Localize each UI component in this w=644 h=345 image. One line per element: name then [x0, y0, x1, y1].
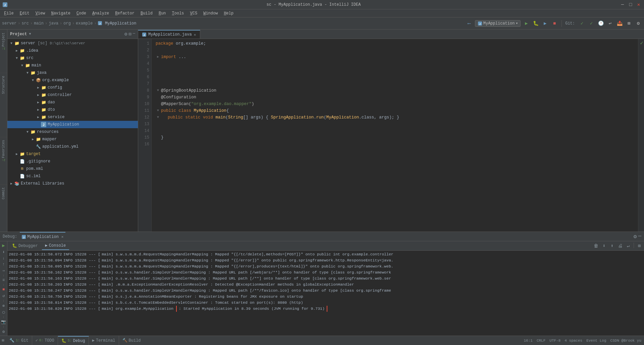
code-editor[interactable]: package org.example; ▶ import ... ▼ @Spr…: [152, 39, 638, 232]
tree-item-application-yml[interactable]: 🔧 application.yml: [7, 143, 138, 150]
menu-help[interactable]: Help: [221, 10, 236, 16]
tree-item-src[interactable]: ▼ 📁 src: [7, 54, 138, 62]
debug-run-cursor-btn[interactable]: ⇒: [0, 268, 7, 273]
tree-item-idea[interactable]: ▶ 📁 .idea: [7, 47, 138, 54]
tree-item-dto[interactable]: ▶ 📁 dto: [7, 106, 138, 113]
menu-run[interactable]: Run: [156, 10, 169, 16]
menu-file[interactable]: File: [1, 10, 16, 16]
debug-mute-btn[interactable]: ◯: [0, 310, 7, 315]
tree-item-java[interactable]: ▼ 📁 java: [7, 69, 138, 77]
navigate-back-button[interactable]: ⟵: [466, 20, 473, 27]
debug-camera-btn[interactable]: 📷: [0, 319, 7, 325]
run-coverage-button[interactable]: ▶: [541, 20, 549, 27]
menu-analyze[interactable]: Analyze: [90, 10, 112, 16]
tree-item-main[interactable]: ▼ 📁 main: [7, 62, 138, 69]
console-scroll-end-btn[interactable]: ⬇: [601, 243, 607, 249]
fold-arrow-12[interactable]: ▼: [156, 114, 160, 121]
console-print-btn[interactable]: 🖨: [617, 243, 624, 249]
breadcrumb-example[interactable]: example: [76, 21, 93, 26]
debugger-tab[interactable]: 🐛Debugger: [9, 242, 41, 250]
close-button[interactable]: ✕: [636, 2, 641, 7]
tree-item-server[interactable]: ▼ 📁 server [sc] D:\git\sc\server: [7, 40, 138, 47]
tree-item-gitignore[interactable]: 📄 .gitignore: [7, 158, 138, 165]
run-button[interactable]: ▶: [523, 20, 530, 27]
console-tab[interactable]: ▶Console: [42, 242, 69, 250]
maximize-button[interactable]: □: [628, 2, 633, 7]
menu-tools[interactable]: Tools: [169, 10, 187, 16]
panel-collapse-icon[interactable]: ⊟: [128, 31, 131, 37]
build-bottom-tab[interactable]: 🔨 Build: [119, 336, 144, 345]
debug-session-tab[interactable]: J MyApplication ✕: [20, 232, 65, 241]
tree-item-mapper[interactable]: ▶ 📁 mapper: [7, 136, 138, 143]
menu-refactor[interactable]: Refactor: [112, 10, 137, 16]
debug-settings-btn[interactable]: ⚙: [0, 329, 7, 334]
fold-arrow-8[interactable]: ▼: [156, 87, 160, 94]
tree-item-config[interactable]: ▶ 📁 config: [7, 84, 138, 91]
stop-button[interactable]: ■: [551, 20, 558, 27]
console-wrap-btn[interactable]: ↵: [625, 243, 632, 249]
console-scroll-start-btn[interactable]: ⬆: [609, 243, 615, 249]
todo-bottom-tab[interactable]: ✓ 6: TODO: [32, 336, 58, 345]
tree-item-target[interactable]: ▶ 📁 target: [7, 150, 138, 158]
debug-evaluate-btn[interactable]: ≡: [0, 278, 7, 283]
favorites-tab[interactable]: 2:Favorites: [0, 137, 7, 164]
minimize-button[interactable]: ─: [620, 2, 625, 7]
editor-tab-myapplication[interactable]: J MyApplication.java ✕: [138, 30, 200, 39]
menu-view[interactable]: View: [33, 10, 48, 16]
project-dropdown-icon[interactable]: ▼: [29, 32, 31, 36]
debug-step-into-btn[interactable]: ↓: [0, 256, 7, 261]
tree-item-external-libraries[interactable]: ▶ 📚 External Libraries: [7, 180, 138, 187]
breadcrumb-src[interactable]: src: [21, 21, 29, 26]
tree-item-service[interactable]: ▶ 📁 service: [7, 113, 138, 121]
breadcrumb-main[interactable]: main: [34, 21, 44, 26]
debug-step-out-btn[interactable]: ↑: [0, 262, 7, 267]
tree-item-org-example[interactable]: ▼ 📦 org.example: [7, 77, 138, 84]
breadcrumb-java[interactable]: java: [49, 21, 58, 26]
menu-navigate[interactable]: Navigate: [48, 10, 73, 16]
console-clear-btn[interactable]: 🗑: [593, 243, 599, 249]
git-rollback-button[interactable]: ↩: [606, 20, 614, 27]
commit-tab[interactable]: Commit: [0, 184, 7, 202]
console-expand-btn[interactable]: ⊞: [636, 243, 643, 249]
debug-step-over-btn[interactable]: ⬇: [0, 250, 7, 255]
panel-settings-icon[interactable]: ⚙: [124, 31, 127, 37]
settings-button[interactable]: ⚙: [635, 20, 642, 27]
event-log[interactable]: Event Log: [586, 339, 606, 343]
menu-edit[interactable]: Edit: [17, 10, 32, 16]
debug-rerun-btn[interactable]: ↺: [0, 293, 7, 298]
git-bottom-tab[interactable]: 🔧 1: Git: [6, 336, 32, 345]
panel-close-icon[interactable]: ─: [133, 31, 135, 37]
tree-item-sc-iml[interactable]: 📄 sc.iml: [7, 172, 138, 180]
tree-item-resources[interactable]: ▼ 📁 resources: [7, 128, 138, 136]
tree-item-pom-xml[interactable]: m pom.xml: [7, 165, 138, 172]
terminal-bottom-tab[interactable]: ▶ Terminal: [89, 336, 119, 345]
tab-close-button[interactable]: ✕: [194, 33, 196, 37]
project-tab[interactable]: 1:Project: [0, 30, 7, 53]
menu-build[interactable]: Build: [138, 10, 155, 16]
tree-item-myapplication[interactable]: J MyApplication: [7, 121, 138, 128]
debug-breakpoints-btn[interactable]: ⊗: [0, 303, 7, 308]
menu-vcs[interactable]: VCS: [187, 10, 200, 16]
git-history-button[interactable]: 🕐: [597, 20, 604, 27]
debug-session-close[interactable]: ✕: [61, 235, 64, 239]
breadcrumb-org[interactable]: org: [63, 21, 71, 26]
fold-arrow-3[interactable]: ▶: [156, 54, 160, 60]
menu-window[interactable]: Window: [201, 10, 220, 16]
run-configuration[interactable]: J MyApplication ▼: [475, 20, 521, 27]
tree-item-controller[interactable]: ▶ 📁 controller: [7, 91, 138, 99]
git-check-button[interactable]: ✓: [578, 20, 586, 27]
debug-button[interactable]: 🐛: [532, 20, 539, 27]
layout-button[interactable]: ⊞: [625, 20, 633, 27]
panel-settings-btn[interactable]: ⚙: [634, 233, 637, 240]
debug-bottom-tab[interactable]: 🐛 5: Debug: [58, 336, 89, 345]
git-check2-button[interactable]: ✓: [588, 20, 595, 27]
breadcrumb-server[interactable]: server: [2, 21, 16, 26]
fold-arrow-11[interactable]: ▼: [156, 107, 160, 114]
git-push-button[interactable]: 📤: [616, 20, 623, 27]
debug-stop-btn[interactable]: ■: [0, 287, 7, 292]
structure-tab[interactable]: Structure: [0, 73, 7, 97]
tree-item-dao[interactable]: ▶ 📁 dao: [7, 99, 138, 106]
debug-resume-btn[interactable]: ▶: [0, 243, 7, 248]
bottom-tabs-expand-btn[interactable]: ⊞: [0, 336, 6, 345]
panel-minimize-btn[interactable]: ─: [638, 233, 641, 240]
